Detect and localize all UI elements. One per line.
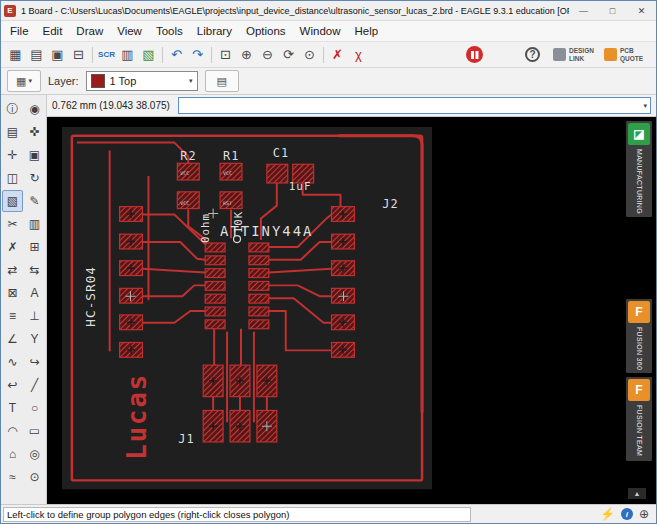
grid-menu-button[interactable]: ▦ ▾ — [7, 70, 41, 92]
pcb-pad — [249, 243, 269, 252]
minimize-button[interactable]: — — [569, 1, 598, 20]
menu-help[interactable]: Help — [347, 23, 385, 39]
tool-split[interactable]: Y — [24, 328, 45, 350]
tabs-scroll-up-button[interactable]: ▲ — [628, 488, 646, 499]
run-ulp-icon[interactable]: ▥ — [117, 44, 138, 65]
zoom-redraw-icon[interactable]: ⟳ — [278, 44, 299, 65]
window-controls: — □ ✕ — [569, 1, 656, 20]
tool-replace[interactable]: ⇆ — [24, 259, 45, 281]
menu-library[interactable]: Library — [190, 23, 239, 39]
menu-tools[interactable]: Tools — [149, 23, 190, 39]
toolbar-separator — [162, 47, 163, 63]
help-icon[interactable]: ? — [525, 47, 540, 62]
tool-lock[interactable]: ⊠ — [2, 282, 23, 304]
tool-polygon[interactable]: ⌂ — [2, 443, 23, 465]
board-label-lucas: Lucas — [122, 373, 152, 460]
tool-add[interactable]: ⊞ — [24, 236, 45, 258]
side-tab-manufacturing[interactable]: ◪MANUFACTURING — [626, 121, 652, 217]
crosshair-icon[interactable]: ⊕ — [639, 507, 649, 521]
tool-name[interactable]: A — [24, 282, 45, 304]
tool-pinswap[interactable]: ⇄ — [2, 259, 23, 281]
tool-mirror[interactable]: ◫ — [2, 167, 23, 189]
delete-mode-icon[interactable]: ✗ — [327, 44, 348, 65]
pcb-pad — [249, 294, 269, 303]
tool-ripup[interactable]: ↩ — [2, 374, 23, 396]
layer-select[interactable]: 1 Top ▾ — [86, 71, 198, 91]
open-icon[interactable]: ▤ — [26, 44, 47, 65]
info-icon[interactable]: i — [621, 508, 633, 520]
tool-cut[interactable]: ✂ — [2, 213, 23, 235]
side-tab-label: FUSION TEAM — [636, 405, 643, 456]
menu-window[interactable]: Window — [293, 23, 348, 39]
tool-paste[interactable]: ▥ — [24, 213, 45, 235]
tool-show[interactable]: ◉ — [24, 98, 45, 120]
tool-route[interactable]: ↪ — [24, 351, 45, 373]
pcb-canvas[interactable]: R2 R1 C1 1uF 0ohm 10K J2 ATTINY44A HC-SR… — [47, 117, 624, 504]
tool-wire[interactable]: ╱ — [24, 374, 45, 396]
tool-value[interactable]: ≡ — [2, 305, 23, 327]
tool-via[interactable]: ◎ — [24, 443, 45, 465]
tool-rotate[interactable]: ↻ — [24, 167, 45, 189]
menu-draw[interactable]: Draw — [69, 23, 110, 39]
side-tab-label: FUSION 360 — [636, 327, 643, 370]
toolbar-separator — [211, 47, 212, 63]
board-icon[interactable]: ▦ — [5, 44, 26, 65]
pcb-pad — [205, 269, 225, 278]
zoom-out-icon[interactable]: ⊖ — [257, 44, 278, 65]
menu-options[interactable]: Options — [239, 23, 293, 39]
board-label-j1: J1 — [178, 432, 194, 446]
side-tab-fusion-team[interactable]: FFUSION TEAM — [626, 377, 652, 461]
design-link-button[interactable]: DESIGNLINK — [548, 47, 599, 62]
tool-copy[interactable]: ▣ — [24, 144, 45, 166]
run-script-icon[interactable]: χ — [348, 44, 369, 65]
tool-circle[interactable]: ○ — [24, 397, 45, 419]
board-value-c1: 1uF — [289, 180, 312, 193]
save-icon[interactable]: ▣ — [47, 44, 68, 65]
pad-label-vcc: VCC — [180, 200, 189, 206]
board-label-ic: ATTINY44A — [220, 223, 313, 239]
stop-command-icon[interactable] — [466, 46, 483, 63]
tool-display[interactable]: ▤ — [2, 121, 23, 143]
tool-rect[interactable]: ▭ — [24, 420, 45, 442]
zoom-select-icon[interactable]: ⊙ — [299, 44, 320, 65]
scr-script-icon[interactable]: SCR — [96, 44, 117, 65]
lightning-icon[interactable]: ⚡ — [600, 507, 615, 521]
tool-mark[interactable]: ✜ — [24, 121, 45, 143]
print-icon[interactable]: ⊟ — [68, 44, 89, 65]
side-tab-label: MANUFACTURING — [636, 149, 643, 214]
export-image-icon[interactable]: ▧ — [138, 44, 159, 65]
tool-change[interactable]: ✎ — [24, 190, 45, 212]
tool-optimize[interactable]: ∿ — [2, 351, 23, 373]
tool-text[interactable]: T — [2, 397, 23, 419]
tool-arc[interactable]: ◠ — [2, 420, 23, 442]
side-panel-tabs: ▲ ◪MANUFACTURINGFFUSION 360FFUSION TEAM — [624, 117, 656, 504]
tool-info[interactable]: ⓘ — [2, 98, 23, 120]
command-line[interactable]: ▾ — [178, 97, 651, 114]
zoom-in-icon[interactable]: ⊕ — [236, 44, 257, 65]
zoom-fit-icon[interactable]: ⊡ — [215, 44, 236, 65]
layer-settings-button[interactable]: ▤ — [205, 70, 239, 92]
tool-delete[interactable]: ✗ — [2, 236, 23, 258]
menu-edit[interactable]: Edit — [36, 23, 70, 39]
close-button[interactable]: ✕ — [627, 1, 656, 20]
menu-file[interactable]: File — [3, 23, 36, 39]
tool-miter[interactable]: ∠ — [2, 328, 23, 350]
tool-smash[interactable]: ⊥ — [24, 305, 45, 327]
fusion-360-icon: F — [628, 301, 650, 323]
maximize-button[interactable]: □ — [598, 1, 627, 20]
pad-label-vcc: VCC — [223, 170, 232, 176]
tool-group[interactable]: ▧ — [2, 190, 23, 212]
undo-icon[interactable]: ↶ — [166, 44, 187, 65]
side-tab-fusion-360[interactable]: FFUSION 360 — [626, 299, 652, 373]
window-title: 1 Board - C:\Users\Lucas\Documents\EAGLE… — [21, 6, 569, 16]
tool-hole[interactable]: ⊙ — [24, 466, 45, 488]
command-input[interactable] — [179, 100, 644, 112]
toolbar-gap — [485, 54, 525, 55]
tool-signal[interactable]: ≈ — [2, 466, 23, 488]
design-link-button-label: DESIGNLINK — [569, 47, 594, 62]
tool-move[interactable]: ✛ — [2, 144, 23, 166]
tool-palette: ⓘ◉▤✜✛▣◫↻▧✎✂▥✗⊞⇄⇆⊠A≡⊥∠Y∿↪↩╱T○◠▭⌂◎≈⊙ — [1, 95, 47, 504]
pcb-quote-button[interactable]: PCBQUOTE — [599, 47, 648, 62]
menu-view[interactable]: View — [110, 23, 149, 39]
redo-icon[interactable]: ↷ — [187, 44, 208, 65]
